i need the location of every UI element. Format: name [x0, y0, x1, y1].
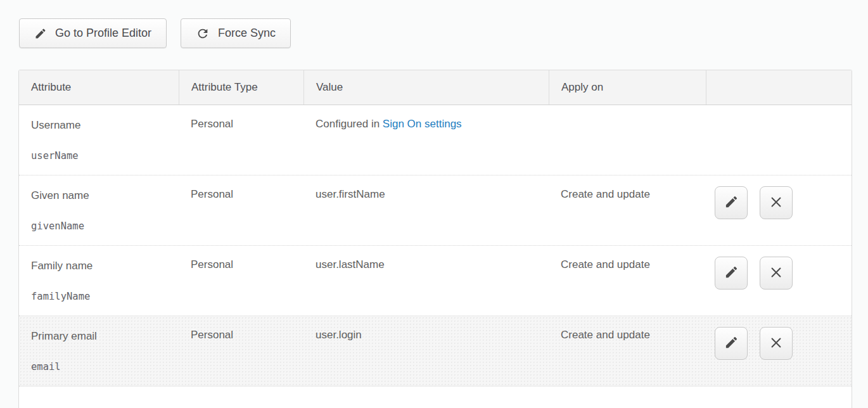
- x-icon: [769, 265, 783, 281]
- table-body: Username userName Personal Configured in…: [19, 105, 852, 386]
- attribute-variable-name: givenName: [31, 220, 170, 233]
- value-text: user.firstName: [316, 188, 385, 200]
- refresh-icon: [196, 27, 210, 41]
- edit-attribute-button[interactable]: [715, 327, 748, 360]
- go-to-profile-editor-label: Go to Profile Editor: [55, 27, 151, 40]
- table-row: Username userName Personal Configured in…: [19, 105, 852, 175]
- attribute-cell: Username userName: [19, 105, 179, 175]
- table-row: Given name givenName Personal user.first…: [19, 175, 852, 246]
- edit-attribute-button[interactable]: [715, 186, 748, 219]
- attribute-label: Given name: [31, 188, 170, 203]
- value-cell: user.lastName: [303, 246, 549, 316]
- value-text: user.lastName: [316, 258, 385, 271]
- column-header-value: Value: [303, 70, 549, 105]
- force-sync-label: Force Sync: [218, 27, 276, 40]
- value-cell: Configured in Sign On settings: [303, 105, 549, 175]
- table-row: Primary email email Personal user.login …: [19, 316, 852, 386]
- pencil-icon: [34, 27, 47, 40]
- attribute-type-cell: Personal: [179, 246, 303, 316]
- apply-on-cell: Create and update: [549, 175, 706, 245]
- attribute-variable-name: userName: [31, 150, 170, 162]
- apply-on-cell: [549, 105, 706, 175]
- column-header-attribute: Attribute: [19, 70, 179, 105]
- attribute-label: Primary email: [31, 329, 170, 344]
- column-header-apply-on: Apply on: [549, 70, 706, 105]
- x-icon: [769, 336, 783, 352]
- attribute-type-cell: Personal: [179, 316, 303, 386]
- attribute-variable-name: email: [31, 360, 170, 373]
- sign-on-settings-link[interactable]: Sign On settings: [383, 118, 462, 130]
- actions-cell: [706, 316, 852, 386]
- attribute-cell: Given name givenName: [19, 175, 179, 245]
- delete-attribute-button[interactable]: [760, 327, 793, 360]
- pencil-icon: [724, 194, 739, 211]
- actions-cell: [706, 246, 852, 316]
- attribute-type-cell: Personal: [179, 105, 303, 175]
- actions-cell: [706, 105, 852, 175]
- attribute-cell: Family name familyName: [19, 246, 179, 316]
- x-icon: [769, 195, 783, 211]
- column-header-attribute-type: Attribute Type: [179, 70, 303, 105]
- go-to-profile-editor-button[interactable]: Go to Profile Editor: [19, 18, 167, 48]
- value-cell: user.login: [303, 316, 549, 386]
- partial-row: [19, 386, 852, 408]
- attribute-label: Username: [31, 118, 170, 133]
- value-text: Configured in: [316, 118, 383, 130]
- attribute-variable-name: familyName: [31, 290, 170, 303]
- delete-attribute-button[interactable]: [760, 186, 793, 219]
- value-text: user.login: [316, 329, 362, 341]
- actions-cell: [706, 175, 852, 245]
- pencil-icon: [724, 335, 739, 352]
- pencil-icon: [724, 265, 739, 281]
- toolbar: Go to Profile Editor Force Sync: [0, 0, 868, 48]
- apply-on-cell: Create and update: [549, 246, 706, 316]
- apply-on-cell: Create and update: [549, 316, 706, 386]
- edit-attribute-button[interactable]: [715, 257, 748, 290]
- attribute-mappings-table: Attribute Attribute Type Value Apply on …: [18, 70, 852, 408]
- value-cell: user.firstName: [303, 175, 549, 245]
- delete-attribute-button[interactable]: [760, 257, 793, 290]
- attribute-label: Family name: [31, 258, 170, 274]
- attribute-type-cell: Personal: [179, 175, 303, 245]
- table-header: Attribute Attribute Type Value Apply on: [19, 70, 852, 105]
- attribute-cell: Primary email email: [19, 316, 179, 386]
- column-header-actions: [706, 70, 852, 105]
- table-row: Family name familyName Personal user.las…: [19, 246, 852, 316]
- force-sync-button[interactable]: Force Sync: [181, 18, 291, 48]
